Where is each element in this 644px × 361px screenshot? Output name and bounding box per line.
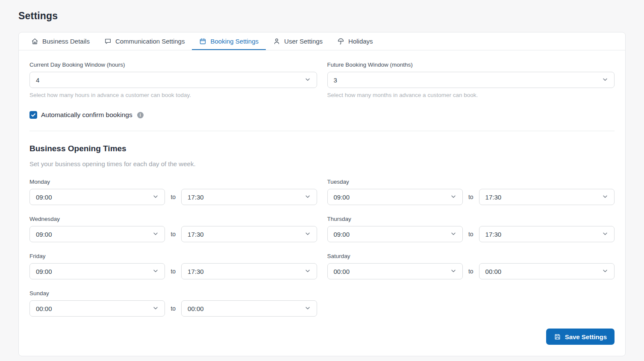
actions-row: Save Settings [29,329,615,345]
auto-confirm-row: Automatically confirm bookings i [29,111,615,119]
save-icon [554,333,561,340]
open-time-select[interactable]: 09:00 [29,226,165,242]
save-settings-button[interactable]: Save Settings [546,329,615,345]
close-time-value: 00:00 [188,305,204,312]
close-time-value: 17:30 [485,194,502,201]
tab-label: User Settings [284,38,323,45]
close-time-select[interactable]: 17:30 [181,263,317,279]
open-time-select[interactable]: 00:00 [29,300,165,317]
open-time-select[interactable]: 09:00 [327,189,463,205]
tab-booking-settings[interactable]: Booking Settings [192,32,266,50]
chevron-down-icon [602,76,608,84]
to-label: to [468,231,473,238]
day-label: Wednesday [29,216,317,222]
tab-panel-booking-settings: Current Day Booking Window (hours) 4 Sel… [19,50,625,356]
calendar-icon [199,38,206,45]
day-opening-times: Wednesday 09:00 to 17:30 [29,216,317,242]
current-day-window-field: Current Day Booking Window (hours) 4 Sel… [29,62,317,98]
chevron-down-icon [602,268,608,275]
future-window-select[interactable]: 3 [327,72,615,88]
chevron-down-icon [153,194,159,201]
day-label: Sunday [29,290,317,296]
chevron-down-icon [602,194,608,201]
tab-label: Business Details [42,38,90,45]
open-time-value: 09:00 [36,194,52,201]
open-time-select[interactable]: 00:00 [327,263,463,279]
day-label: Tuesday [327,179,615,185]
check-icon [31,112,36,117]
tab-communication-settings[interactable]: Communication Settings [97,32,192,50]
close-time-select[interactable]: 17:30 [479,226,615,242]
chevron-down-icon [153,231,159,238]
umbrella-icon [337,38,344,45]
day-opening-times: Tuesday 09:00 to 17:30 [327,179,615,205]
future-window-label: Future Booking Window (months) [327,62,615,68]
chevron-down-icon [602,231,608,238]
to-label: to [171,194,176,200]
current-day-window-select[interactable]: 4 [29,72,317,88]
day-opening-times: Monday 09:00 to 17:30 [29,179,317,205]
open-time-select[interactable]: 09:00 [327,226,463,242]
section-divider [29,131,615,131]
day-opening-times: Saturday 00:00 to 00:00 [327,253,615,279]
future-window-value: 3 [334,76,337,84]
close-time-select[interactable]: 00:00 [181,300,317,317]
chevron-down-icon [153,268,159,275]
close-time-select[interactable]: 00:00 [479,263,615,279]
future-window-help: Select how many months in advance a cust… [327,92,615,98]
settings-page: Settings Business Details Communication … [0,0,644,356]
current-day-window-value: 4 [36,76,39,84]
close-time-select[interactable]: 17:30 [181,189,317,205]
page-title: Settings [18,10,626,22]
user-icon [273,38,280,45]
tab-label: Holidays [348,38,373,45]
auto-confirm-checkbox[interactable] [29,111,37,119]
tab-business-details[interactable]: Business Details [24,32,97,50]
auto-confirm-label: Automatically confirm bookings [41,111,132,119]
to-label: to [171,231,176,238]
opening-times-subtitle: Set your business opening times for each… [29,160,615,167]
chevron-down-icon [153,305,159,312]
current-day-window-label: Current Day Booking Window (hours) [29,62,317,68]
open-time-value: 09:00 [334,194,350,201]
tab-label: Booking Settings [210,38,259,45]
close-time-select[interactable]: 17:30 [181,226,317,242]
close-time-value: 17:30 [188,194,204,201]
open-time-select[interactable]: 09:00 [29,263,165,279]
open-time-select[interactable]: 09:00 [29,189,165,205]
day-label: Saturday [327,253,615,259]
open-time-value: 09:00 [36,268,52,275]
close-time-value: 00:00 [485,268,502,275]
close-time-select[interactable]: 17:30 [479,189,615,205]
opening-times-title: Business Opening Times [29,144,615,153]
chevron-down-icon [450,231,456,238]
tab-holidays[interactable]: Holidays [330,32,380,50]
open-time-value: 09:00 [36,231,52,238]
to-label: to [468,268,473,275]
open-time-value: 00:00 [36,305,52,312]
day-opening-times: Sunday 00:00 to 00:00 [29,290,317,317]
day-label: Friday [29,253,317,259]
chevron-down-icon [305,305,311,312]
to-label: to [171,305,176,312]
chat-icon [104,38,112,45]
to-label: to [171,268,176,275]
info-icon[interactable]: i [137,112,144,118]
chevron-down-icon [305,194,311,201]
day-label: Monday [29,179,317,185]
chevron-down-icon [450,268,456,275]
day-opening-times: Friday 09:00 to 17:30 [29,253,317,279]
chevron-down-icon [305,76,311,84]
day-opening-times: Thursday 09:00 to 17:30 [327,216,615,242]
settings-card: Business Details Communication Settings … [18,32,626,356]
close-time-value: 17:30 [188,231,204,238]
chevron-down-icon [450,194,456,201]
tab-bar: Business Details Communication Settings … [19,32,625,50]
to-label: to [468,194,473,200]
opening-times-grid: Monday 09:00 to 17:30 Tuesday 09:00 to 1… [29,179,615,317]
chevron-down-icon [305,268,311,275]
tab-user-settings[interactable]: User Settings [266,32,330,50]
current-day-window-help: Select how many hours in advance a custo… [29,92,317,98]
tab-label: Communication Settings [115,38,185,45]
chevron-down-icon [305,231,311,238]
